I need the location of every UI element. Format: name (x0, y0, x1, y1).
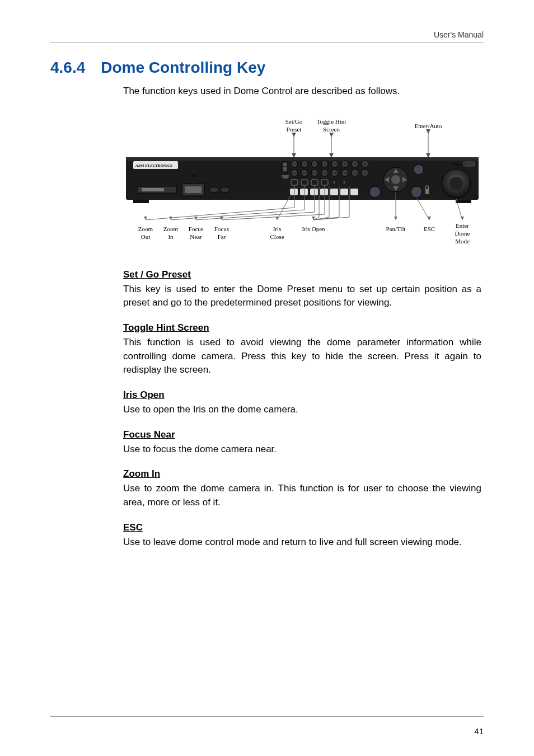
lbl-focus-far-2: Far (218, 233, 226, 240)
svg-rect-51 (310, 189, 318, 195)
page: User's Manual 4.6.4 Dome Controlling Key… (0, 0, 534, 756)
lbl-zoom-in-1: Zoom (163, 226, 179, 232)
svg-point-57 (391, 175, 400, 184)
lbl-iris-open: Iris Open (302, 226, 325, 232)
page-number: 41 (474, 726, 484, 736)
lbl-enter-dome-2: Dome (455, 230, 470, 237)
lbl-pan-tilt: Pan/Tilt (386, 226, 405, 232)
sub-iris-h: Iris Open (123, 389, 481, 401)
svg-text:12: 12 (324, 172, 327, 175)
svg-text:10: 10 (303, 172, 307, 175)
sub-esc-h: ESC (123, 522, 481, 533)
sub-iris-b: Use to open the Iris on the dome camera. (123, 403, 481, 417)
lbl-focus-near-2: Near (190, 233, 202, 240)
dpad (383, 167, 408, 192)
brand-text: ARM ELECTRONICS (135, 163, 172, 168)
top-label-toggle: Toggle Hint Screen (317, 118, 346, 133)
label-toggle-l1: Toggle Hint (317, 118, 346, 125)
disc-label: disc (190, 174, 196, 177)
label-set-go-l1: Set/Go (285, 118, 303, 125)
top-label-enter-auto: Enter/Auto (415, 123, 442, 129)
running-head: User's Manual (50, 30, 484, 39)
goto-dome-button (414, 165, 424, 175)
call-button (369, 186, 381, 198)
svg-rect-50 (300, 189, 308, 195)
svg-text:15: 15 (354, 172, 357, 175)
svg-point-7 (221, 187, 229, 192)
section-number: 4.6.4 (50, 59, 85, 77)
label-toggle-l2: Screen (323, 126, 340, 133)
svg-rect-1 (126, 157, 479, 161)
sub-zoom-h: Zoom In (123, 468, 481, 480)
lbl-zoom-out-2: Out (141, 233, 151, 240)
label-enter-auto: Enter/Auto (415, 123, 442, 129)
svg-point-47 (333, 181, 335, 184)
svg-rect-53 (330, 189, 338, 195)
bottom-rule (50, 716, 484, 717)
sub-focus-b: Use to focus the dome camera near. (123, 443, 481, 457)
device-body: ARM ELECTRONICS disc (126, 157, 479, 203)
svg-text:11: 11 (313, 172, 316, 175)
svg-point-6 (209, 187, 218, 192)
bottom-labels: Zoom Out Zoom In Focus Near Focus Far Ir… (138, 222, 470, 245)
svg-rect-54 (340, 189, 348, 195)
top-rule (50, 43, 484, 43)
svg-point-48 (343, 181, 345, 184)
svg-text:16: 16 (364, 172, 367, 175)
lbl-zoom-in-2: In (168, 233, 174, 240)
svg-rect-9 (283, 163, 287, 166)
svg-rect-60 (463, 162, 475, 166)
top-label-set-go: Set/Go Preset (285, 118, 303, 133)
svg-point-61 (449, 177, 463, 190)
lbl-enter-dome-1: Enter (456, 222, 469, 229)
content-column: The function keys used in Dome Control a… (123, 84, 481, 549)
lbl-iris-close-1: Iris (273, 226, 282, 232)
sub-set-go-b: This key is used to enter the Dome Prese… (123, 283, 481, 310)
svg-text:13: 13 (334, 172, 337, 175)
sub-toggle-h: Toggle Hint Screen (123, 322, 481, 334)
svg-rect-10 (283, 167, 287, 171)
sub-esc-b: Use to leave dome control mode and retur… (123, 536, 481, 550)
sub-zoom-b: Use to zoom the dome camera in. This fun… (123, 482, 481, 509)
lbl-focus-near-1: Focus (189, 226, 203, 232)
device-diagram-svg: Set/Go Preset Toggle Hint Screen Enter/A… (123, 114, 481, 259)
lbl-enter-dome-3: Mode (455, 238, 470, 245)
svg-rect-62 (133, 200, 149, 203)
sub-toggle-b: This function is used to avoid viewing t… (123, 336, 481, 377)
lbl-focus-far-1: Focus (214, 226, 229, 232)
intro-paragraph: The function keys used in Dome Control a… (123, 84, 481, 98)
section-title: Dome Controlling Key (101, 59, 265, 77)
function-buttons (290, 189, 358, 195)
sub-focus-h: Focus Near (123, 429, 481, 440)
lbl-esc: ESC (424, 226, 435, 232)
svg-rect-63 (456, 200, 471, 203)
esc-button (411, 186, 422, 198)
device-figure: Set/Go Preset Toggle Hint Screen Enter/A… (123, 114, 481, 259)
lbl-iris-close-2: Close (270, 233, 284, 240)
sub-set-go-h: Set / Go Preset (123, 269, 481, 280)
svg-text:14: 14 (344, 172, 347, 175)
svg-rect-5 (185, 186, 202, 193)
svg-rect-52 (320, 189, 328, 195)
label-set-go-l2: Preset (287, 126, 302, 133)
svg-rect-55 (350, 189, 358, 195)
lbl-zoom-out-1: Zoom (138, 226, 153, 232)
section-heading: 4.6.4 Dome Controlling Key (50, 59, 484, 77)
svg-rect-3 (142, 188, 164, 191)
power-label: Power (453, 163, 462, 166)
